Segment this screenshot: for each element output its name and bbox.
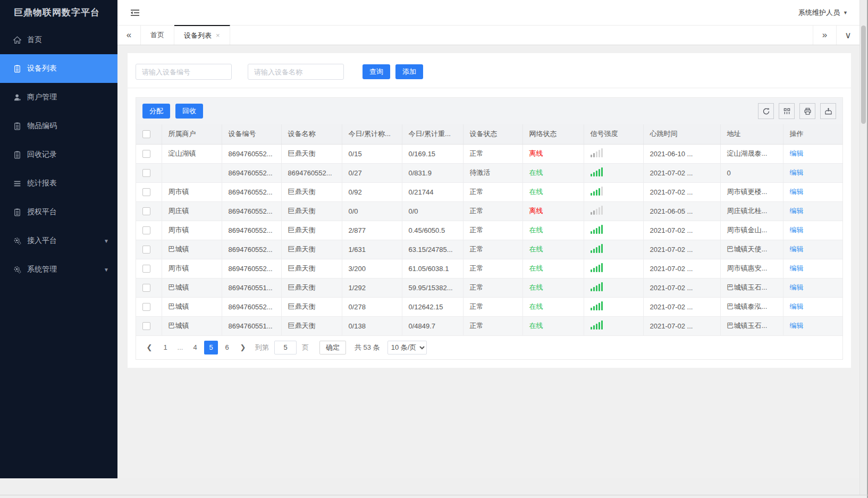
edit-link[interactable]: 编辑	[790, 226, 804, 234]
top-header: 系统维护人员 ▼	[117, 0, 859, 25]
device-no-cell: 8694760552...	[222, 163, 281, 182]
sidebar-item-authorization-platform[interactable]: 授权平台	[0, 198, 117, 226]
device-name-input[interactable]	[248, 64, 344, 80]
gear-icon	[13, 265, 22, 274]
tab-home[interactable]: 首页	[141, 26, 174, 45]
merchant-cell: 巴城镇	[162, 240, 222, 259]
prev-page-button[interactable]: ❮	[142, 341, 156, 354]
tabs-scroll-left-icon[interactable]: «	[117, 26, 141, 45]
today-weight-cell: 0/0	[402, 201, 463, 221]
signal-strength-cell	[584, 144, 643, 163]
sidebar-item-label: 接入平台	[27, 236, 57, 246]
edit-link[interactable]: 编辑	[790, 302, 804, 310]
actions-cell: 编辑	[783, 144, 842, 163]
merchant-cell: 周庄镇	[162, 201, 222, 221]
refresh-icon[interactable]	[758, 103, 774, 119]
signal-strength-cell	[584, 240, 643, 259]
clipboard-icon	[13, 208, 22, 217]
signal-strength-cell	[584, 163, 643, 182]
tab-device-list[interactable]: 设备列表 ×	[174, 25, 230, 45]
heartbeat-cell: 2021-07-02 ...	[643, 278, 720, 297]
table-row: 周市镇8694760552...巨鼎天衡3/20061.05/6038.1正常在…	[136, 259, 842, 278]
col-heartbeat: 心跳时间	[643, 124, 720, 144]
sidebar-item-merchant-management[interactable]: 商户管理	[0, 83, 117, 112]
sidebar-item-statistics-report[interactable]: 统计报表	[0, 169, 117, 198]
network-status-cell: 在线	[523, 259, 584, 278]
edit-link[interactable]: 编辑	[790, 283, 804, 291]
page-number-5[interactable]: 5	[204, 341, 218, 354]
tabs-menu-icon[interactable]: ∨	[836, 26, 859, 45]
device-table: 所属商户 设备编号 设备名称 今日/累计称... 今日/累计重... 设备状态 …	[136, 124, 842, 336]
edit-link[interactable]: 编辑	[790, 322, 804, 330]
device-no-input[interactable]	[136, 64, 232, 80]
device-name-cell: 巨鼎天衡	[281, 316, 342, 335]
sidebar-item-recycle-records[interactable]: 回收记录	[0, 140, 117, 169]
heartbeat-cell: 2021-07-02 ...	[643, 182, 720, 201]
scrollbar[interactable]	[859, 0, 866, 495]
signal-bars-icon	[591, 148, 603, 157]
select-all-checkbox[interactable]	[142, 130, 150, 138]
row-checkbox[interactable]	[142, 322, 150, 330]
edit-link[interactable]: 编辑	[790, 149, 804, 157]
device-no-cell: 8694760552...	[222, 144, 281, 163]
heartbeat-cell: 2021-07-02 ...	[643, 221, 720, 240]
page-number-1[interactable]: 1	[158, 341, 172, 354]
row-checkbox[interactable]	[142, 246, 150, 254]
address-cell: 0	[720, 163, 783, 182]
row-checkbox[interactable]	[142, 169, 150, 177]
device-status-cell: 待激活	[463, 163, 523, 182]
next-page-button[interactable]: ❯	[236, 341, 250, 354]
page-size-select[interactable]: 10 条/页	[387, 341, 427, 354]
columns-icon[interactable]	[779, 103, 795, 119]
sidebar-item-system-management[interactable]: 系统管理 ▼	[0, 255, 117, 284]
today-count-cell: 0/92	[342, 182, 402, 201]
user-menu[interactable]: 系统维护人员 ▼	[798, 8, 848, 18]
divider	[128, 88, 851, 88]
device-name-cell: 巨鼎天衡	[281, 182, 342, 201]
collapse-sidebar-icon[interactable]	[129, 8, 141, 18]
sidebar: 巨鼎物联网数字平台 首页 设备列表 商户管理 物品编码	[0, 0, 117, 478]
row-checkbox[interactable]	[142, 207, 150, 215]
device-name-cell: 巨鼎天衡	[281, 240, 342, 259]
row-checkbox[interactable]	[142, 284, 150, 292]
row-checkbox[interactable]	[142, 188, 150, 196]
table-toolbar: 分配 回收	[136, 98, 842, 124]
table-row: 巴城镇8694760552...巨鼎天衡1/63163.15/24785...正…	[136, 240, 842, 259]
actions-cell: 编辑	[783, 201, 842, 221]
close-tab-icon[interactable]: ×	[216, 31, 220, 39]
col-signal: 信号强度	[584, 124, 643, 144]
edit-link[interactable]: 编辑	[790, 207, 804, 215]
sidebar-item-home[interactable]: 首页	[0, 26, 117, 54]
tabs-scroll-right-icon[interactable]: »	[813, 26, 836, 45]
device-no-cell: 8694760552...	[222, 240, 281, 259]
row-checkbox[interactable]	[142, 226, 150, 234]
export-icon[interactable]	[820, 103, 836, 119]
device-name-cell: 巨鼎天衡	[281, 221, 342, 240]
query-button[interactable]: 查询	[363, 64, 390, 79]
edit-link[interactable]: 编辑	[790, 245, 804, 253]
assign-button[interactable]: 分配	[142, 104, 170, 119]
device-status-cell: 正常	[463, 259, 523, 278]
sidebar-item-item-code[interactable]: 物品编码	[0, 112, 117, 140]
col-today-count: 今日/累计称...	[342, 124, 402, 144]
sidebar-item-device-list[interactable]: 设备列表	[0, 54, 117, 83]
sidebar-item-access-platform[interactable]: 接入平台 ▼	[0, 226, 117, 255]
row-checkbox[interactable]	[142, 150, 150, 158]
row-checkbox[interactable]	[142, 265, 150, 273]
recycle-button[interactable]: 回收	[175, 104, 203, 119]
jump-page-input[interactable]	[274, 341, 297, 354]
add-button[interactable]: 添加	[395, 64, 423, 79]
network-status-cell: 在线	[523, 221, 584, 240]
scrollbar-thumb[interactable]	[861, 26, 866, 124]
page-number-6[interactable]: 6	[220, 341, 234, 354]
edit-link[interactable]: 编辑	[790, 188, 804, 196]
row-checkbox[interactable]	[142, 303, 150, 311]
signal-bars-icon	[591, 167, 603, 176]
print-icon[interactable]	[799, 103, 815, 119]
signal-strength-cell	[584, 201, 643, 221]
device-no-cell: 8694760552...	[222, 221, 281, 240]
confirm-jump-button[interactable]: 确定	[319, 341, 346, 354]
edit-link[interactable]: 编辑	[790, 168, 804, 176]
page-number-4[interactable]: 4	[188, 341, 202, 354]
edit-link[interactable]: 编辑	[790, 264, 804, 272]
